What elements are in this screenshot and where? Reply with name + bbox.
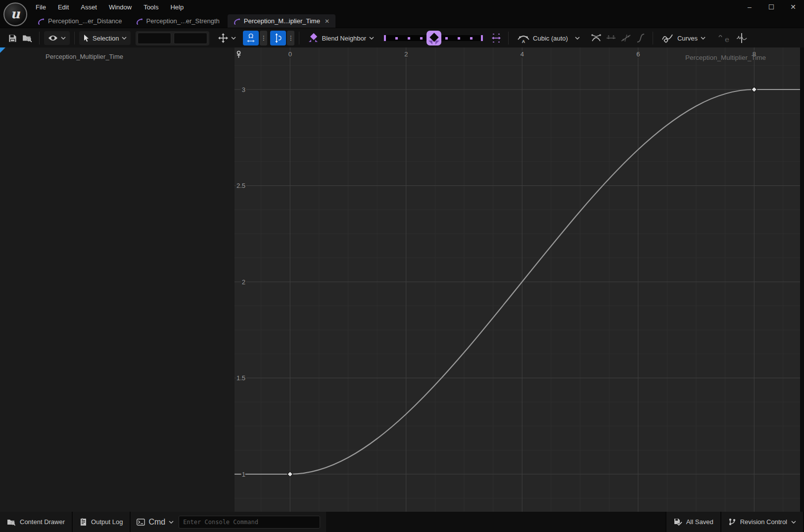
break-tangents-icon (590, 33, 602, 43)
snap-value-options-button[interactable]: ⋮ (287, 31, 294, 45)
key-time-input[interactable] (138, 33, 171, 44)
output-log-icon (80, 518, 87, 526)
console-command-group: Cmd (131, 512, 326, 532)
asset-tab[interactable]: Perception_...er_Distance (32, 14, 128, 28)
tab-label: Perception_...er_Strength (146, 17, 220, 25)
pin-icon[interactable] (236, 50, 242, 59)
tangent-mode-label: Cubic (auto) (533, 35, 568, 42)
curve-graph-canvas[interactable]: 0246811.522.53Perception_Multiplier_Time (235, 47, 800, 512)
y-axis-tick-label: 1.5 (236, 374, 245, 382)
save-status-button[interactable]: All Saved (666, 512, 720, 532)
svg-text:Ω: Ω (249, 33, 254, 40)
menu-item-tools[interactable]: Tools (138, 3, 164, 11)
unreal-engine-logo-icon: u (3, 2, 27, 26)
chevron-down-icon (575, 37, 580, 40)
menu-item-help[interactable]: Help (164, 3, 189, 11)
tangent-mode-dropdown[interactable]: A Cubic (auto) (513, 31, 584, 45)
flatten-tangents-button[interactable] (604, 31, 618, 45)
x-axis-tick-label: 2 (404, 50, 408, 58)
key-coordinates-group (136, 31, 209, 45)
exponential-deceleration-button[interactable]: e (716, 31, 731, 45)
curves-menu-dropdown[interactable]: Curves (658, 31, 709, 45)
menu-bar: FileEditAssetWindowToolsHelp (0, 0, 804, 14)
retime-tool-button[interactable] (489, 31, 504, 45)
snap-time-toggle[interactable]: Ω (243, 31, 259, 45)
content-drawer-button[interactable]: Content Drawer (0, 512, 72, 532)
save-icon (8, 34, 17, 43)
all-saved-icon (673, 518, 682, 526)
svg-text:A: A (522, 39, 525, 44)
output-log-label: Output Log (91, 518, 123, 526)
blend-diamond-icon (308, 33, 319, 43)
blend-mode-dropdown[interactable]: Blend Neighbor (304, 31, 378, 45)
key-value-input[interactable] (174, 33, 207, 44)
save-status-label: All Saved (686, 518, 713, 526)
cmd-dropdown[interactable]: Cmd (137, 518, 174, 527)
tab-label: Perception_M...iplier_Time (244, 17, 320, 25)
transform-tool-dropdown[interactable] (214, 31, 240, 45)
graph-scrollbar-track[interactable] (800, 47, 804, 512)
menu-item-asset[interactable]: Asset (75, 3, 103, 11)
status-bar-spacer (326, 512, 665, 532)
tab-label: Perception_...er_Distance (48, 17, 122, 25)
asset-tab[interactable]: Perception_...er_Strength (130, 14, 226, 28)
save-button[interactable] (5, 31, 20, 45)
menu-item-window[interactable]: Window (103, 3, 138, 11)
curve-key[interactable] (287, 472, 293, 477)
asset-tab[interactable]: Perception_M...iplier_Time✕ (228, 14, 335, 28)
exponential-icon: e (717, 32, 730, 44)
chevron-down-icon (61, 37, 66, 40)
tool-mode-dropdown[interactable]: Selection (79, 31, 131, 45)
browse-to-asset-button[interactable] (20, 31, 35, 45)
slider-tick (470, 37, 473, 40)
snap-value-toggle[interactable] (270, 31, 286, 45)
blend-range-slider[interactable] (384, 31, 483, 45)
slider-tick (458, 37, 460, 40)
curve-editor-toolbar: Selection Ω ⋮ (0, 28, 804, 48)
output-log-button[interactable]: Output Log (73, 512, 130, 532)
content-drawer-label: Content Drawer (20, 518, 65, 526)
svg-text:e: e (725, 35, 729, 44)
slider-tick (395, 37, 398, 40)
slider-handle[interactable] (426, 31, 441, 45)
curve-key[interactable] (752, 87, 757, 92)
window-controls: – ☐ ✕ (739, 0, 804, 14)
curve-editor-main: Perception_Multiplier_Time 0246811.522.5… (0, 47, 804, 512)
snap-time-options-button[interactable]: ⋮ (260, 31, 267, 45)
curve-asset-icon (136, 18, 143, 25)
x-axis-tick-label: 4 (520, 50, 524, 58)
curves-gear-icon (662, 33, 674, 44)
curves-menu-label: Curves (677, 35, 698, 42)
snap-value-icon (273, 33, 283, 44)
status-bar: Content Drawer Output Log Cmd (0, 512, 804, 532)
minimize-button[interactable]: – (739, 0, 760, 14)
y-axis-tick-label: 3 (242, 86, 245, 93)
ease-curve-button[interactable] (633, 31, 648, 45)
curve-tree-panel: Perception_Multiplier_Time (0, 47, 235, 512)
close-tab-icon[interactable]: ✕ (325, 18, 330, 25)
close-button[interactable]: ✕ (782, 0, 804, 14)
chevron-down-icon (369, 37, 374, 40)
curve-tree-item[interactable]: Perception_Multiplier_Time (46, 53, 123, 60)
curve-asset-icon (234, 18, 240, 25)
slider-tick (408, 37, 410, 40)
slider-tick (445, 37, 448, 40)
break-tangents-button[interactable] (589, 31, 604, 45)
flatten-tangents-icon (605, 33, 617, 43)
ue-curve-editor-window: u FileEditAssetWindowToolsHelp – ☐ ✕ Per… (0, 0, 804, 532)
menu-item-edit[interactable]: Edit (52, 3, 75, 11)
console-command-input[interactable] (179, 516, 320, 529)
snap-time-icon: Ω (246, 33, 256, 44)
menu-item-file[interactable]: File (30, 3, 52, 11)
asset-tab-bar: Perception_...er_DistancePerception_...e… (0, 14, 804, 28)
slider-end-cap (384, 35, 386, 41)
slider-tick (420, 37, 423, 40)
chevron-down-icon (231, 37, 236, 40)
straighten-tangents-button[interactable] (618, 31, 633, 45)
maximize-button[interactable]: ☐ (760, 0, 782, 14)
curve-plot[interactable]: 0246811.522.53Perception_Multiplier_Time (235, 47, 800, 512)
y-axis-tick-label: 1 (242, 471, 245, 478)
view-mode-dropdown[interactable] (44, 31, 70, 45)
filter-curve-button[interactable] (734, 31, 749, 45)
revision-control-dropdown[interactable]: Revision Control (721, 512, 803, 532)
